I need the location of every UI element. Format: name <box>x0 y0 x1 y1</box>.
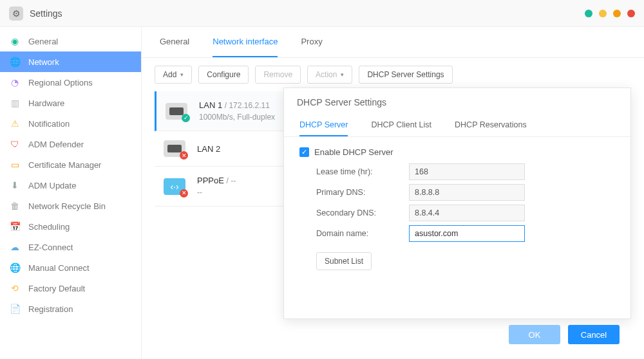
update-icon: ⬇ <box>9 180 21 191</box>
interface-detail: 1000Mb/s, Full-duplex <box>199 113 275 122</box>
sidebar-item-network[interactable]: 🌐Network <box>0 51 141 72</box>
window-title: Settings <box>30 8 62 19</box>
hardware-icon: ▥ <box>9 97 21 109</box>
sidebar-item-label: Notification <box>28 119 70 129</box>
sidebar-item-label: EZ-Connect <box>28 243 73 252</box>
sidebar-item-factory[interactable]: ⟲Factory Default <box>0 278 141 299</box>
tab-general[interactable]: General <box>160 27 189 57</box>
sidebar-item-ezconnect[interactable]: ☁EZ-Connect <box>0 237 141 257</box>
scheduling-icon: 📅 <box>9 221 21 232</box>
ok-button[interactable]: OK <box>509 325 560 344</box>
dhcp-settings-button[interactable]: DHCP Server Settings <box>359 66 452 84</box>
enable-dhcp-row[interactable]: ✓ Enable DHCP Server <box>299 147 615 157</box>
interface-detail: -- <box>197 188 236 197</box>
window-dot-red[interactable] <box>627 10 635 17</box>
lease-time-row: Lease time (hr): <box>299 163 615 180</box>
interface-name: LAN 2 <box>197 144 220 154</box>
cloud-icon: ☁ <box>9 241 21 253</box>
main-tabs: General Network interface Proxy <box>142 27 644 58</box>
secondary-dns-row: Secondary DNS: <box>299 205 615 221</box>
add-button[interactable]: Add▾ <box>155 66 192 84</box>
interface-name: PPPoE <box>197 176 224 185</box>
sidebar-item-label: General <box>28 37 58 46</box>
sidebar-item-label: Factory Default <box>28 284 85 293</box>
configure-button[interactable]: Configure <box>198 66 249 84</box>
tab-network-interface[interactable]: Network interface <box>213 27 278 57</box>
manual-connect-icon: 🌐 <box>9 262 21 273</box>
sidebar-item-label: ADM Defender <box>28 140 84 149</box>
sidebar-item-defender[interactable]: 🛡ADM Defender <box>0 134 141 154</box>
lease-time-label: Lease time (hr): <box>299 167 409 176</box>
primary-dns-input[interactable] <box>409 184 525 201</box>
interface-ip: / -- <box>227 176 236 185</box>
sidebar-item-recycle[interactable]: 🗑Network Recycle Bin <box>0 196 141 216</box>
interface-ip: / 172.16.2.11 <box>225 101 270 110</box>
sidebar-item-registration[interactable]: 📄Registration <box>0 299 141 319</box>
interface-info: PPPoE / -- -- <box>197 176 236 197</box>
domain-name-label: Domain name: <box>299 229 409 238</box>
enable-dhcp-label: Enable DHCP Server <box>314 147 393 157</box>
sidebar-item-general[interactable]: ◉General <box>0 31 141 51</box>
status-error-icon: ✕ <box>180 151 188 160</box>
dtab-reservations[interactable]: DHCP Reservations <box>455 114 527 136</box>
checkbox-checked-icon[interactable]: ✓ <box>299 147 309 157</box>
tab-proxy[interactable]: Proxy <box>301 27 322 57</box>
globe-icon: ◉ <box>9 35 21 47</box>
ethernet-port-icon: ✕ <box>164 140 185 157</box>
status-ok-icon: ✓ <box>182 114 190 122</box>
chevron-down-icon: ▾ <box>341 71 344 78</box>
network-icon: 🌐 <box>9 56 21 68</box>
region-icon: ◔ <box>9 77 21 88</box>
window-dot-green[interactable] <box>585 10 592 17</box>
remove-button[interactable]: Remove <box>255 66 301 84</box>
dhcp-dialog: DHCP Server Settings DHCP Server DHCP Cl… <box>283 87 631 319</box>
lease-time-input[interactable] <box>409 163 525 180</box>
status-error-icon: ✕ <box>180 189 188 198</box>
sidebar-item-label: Manual Connect <box>28 263 90 273</box>
sidebar-item-notification[interactable]: ⚠Notification <box>0 113 141 134</box>
sidebar-item-label: Scheduling <box>28 222 70 232</box>
sidebar-item-regional[interactable]: ◔Regional Options <box>0 72 141 93</box>
dtab-server[interactable]: DHCP Server <box>299 114 348 136</box>
chevron-down-icon: ▾ <box>180 71 184 78</box>
dtab-client-list[interactable]: DHCP Client List <box>371 114 431 136</box>
sidebar-item-label: Registration <box>28 304 73 314</box>
sidebar-item-scheduling[interactable]: 📅Scheduling <box>0 216 141 237</box>
sidebar-item-update[interactable]: ⬇ADM Update <box>0 175 141 196</box>
sidebar-item-label: Network <box>28 57 59 67</box>
registration-icon: 📄 <box>9 303 21 315</box>
sidebar-item-manual[interactable]: 🌐Manual Connect <box>0 257 141 278</box>
primary-dns-row: Primary DNS: <box>299 184 615 201</box>
factory-icon: ⟲ <box>9 282 21 294</box>
action-button[interactable]: Action▾ <box>307 66 352 84</box>
sidebar-item-label: Regional Options <box>28 78 93 87</box>
sidebar-item-cert[interactable]: ▭Certificate Manager <box>0 154 141 175</box>
window-dot-orange[interactable] <box>613 10 621 17</box>
interface-info: LAN 2 <box>197 144 220 154</box>
settings-app-icon: ⚙ <box>9 6 23 21</box>
secondary-dns-label: Secondary DNS: <box>299 208 409 217</box>
dialog-title: DHCP Server Settings <box>284 88 630 114</box>
subnet-list-button[interactable]: Subnet List <box>316 252 372 270</box>
recycle-icon: 🗑 <box>9 200 21 212</box>
domain-name-input[interactable] <box>409 225 525 242</box>
sidebar-item-hardware[interactable]: ▥Hardware <box>0 93 141 113</box>
secondary-dns-input[interactable] <box>409 205 525 221</box>
primary-dns-label: Primary DNS: <box>299 188 409 197</box>
titlebar: ⚙ Settings <box>0 0 644 27</box>
sidebar-item-label: ADM Update <box>28 181 76 190</box>
ethernet-port-icon: ✓ <box>166 103 187 120</box>
window-controls <box>585 10 635 17</box>
cancel-button[interactable]: Cancel <box>568 325 620 344</box>
dialog-footer: OK Cancel <box>283 318 631 351</box>
toolbar: Add▾ Configure Remove Action▾ DHCP Serve… <box>142 58 644 91</box>
dialog-tabs: DHCP Server DHCP Client List DHCP Reserv… <box>284 114 630 137</box>
window-dot-yellow[interactable] <box>599 10 607 17</box>
button-label: Add <box>163 70 176 79</box>
notification-icon: ⚠ <box>9 118 21 129</box>
pppoe-icon: ✕ <box>164 178 185 195</box>
button-label: Action <box>316 70 337 79</box>
defender-icon: 🛡 <box>9 138 21 150</box>
sidebar: ◉General 🌐Network ◔Regional Options ▥Har… <box>0 27 142 359</box>
sidebar-item-label: Certificate Manager <box>28 160 101 170</box>
